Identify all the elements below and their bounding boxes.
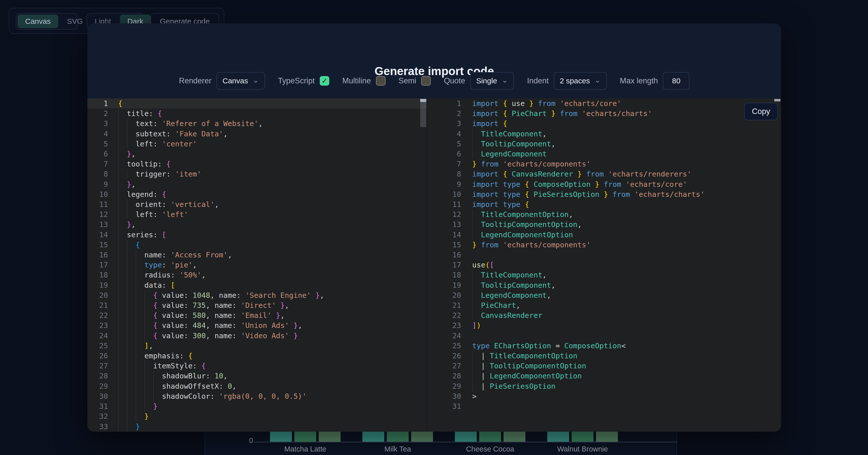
indent-field: Indent 2 spaces ⌄ (527, 72, 607, 90)
code-line[interactable]: 27 | TooltipComponentOption (428, 361, 781, 371)
code-line[interactable]: 12 TitleComponentOption, (428, 209, 781, 220)
code-line[interactable]: 22 CanvasRenderer (428, 311, 781, 320)
code-line[interactable]: 26 | TitleComponentOption (428, 351, 781, 361)
code-line[interactable]: 15} from 'echarts/components' (428, 240, 781, 250)
code-line[interactable]: 23 { value: 484, name: 'Union Ads' }, (87, 320, 427, 330)
code-line[interactable]: 6 LegendComponent (428, 149, 781, 159)
line-number: 15 (87, 240, 118, 250)
code-line[interactable]: 14 LegendComponentOption (428, 230, 781, 240)
line-number: 19 (87, 280, 118, 290)
code-line[interactable]: 2 title: { (87, 108, 427, 119)
line-number: 32 (87, 411, 118, 421)
code-line[interactable]: 1{ (87, 98, 427, 108)
code-line[interactable]: 19 TooltipComponent, (428, 280, 781, 290)
code-line[interactable]: 11import type { (428, 199, 781, 209)
code-line[interactable]: 24 { value: 300, name: 'Video Ads' } (87, 331, 427, 341)
code-line[interactable]: 14 series: [ (87, 230, 427, 240)
code-line[interactable]: 26 emphasis: { (87, 351, 427, 361)
code-line[interactable]: 28 shadowBlur: 10, (87, 371, 427, 381)
multiline-checkbox[interactable]: ✓ (376, 76, 385, 86)
code-line[interactable]: 7} from 'echarts/components' (428, 159, 781, 169)
code-line[interactable]: 9import type { ComposeOption } from 'ech… (428, 179, 781, 189)
code-line[interactable]: 30> (428, 391, 781, 401)
code-line[interactable]: 13 TooltipComponentOption, (428, 220, 781, 229)
line-number: 8 (428, 169, 472, 179)
code-line[interactable]: 9 }, (87, 179, 427, 189)
code-line[interactable]: 15 { (87, 240, 427, 250)
quote-field: Quote Single ⌄ (444, 72, 514, 90)
code-line[interactable]: 10import type { PieSeriesOption } from '… (428, 189, 781, 199)
chart-category-label: Milk Tea (352, 445, 443, 453)
code-line[interactable]: 23]) (428, 320, 781, 330)
code-line[interactable]: 6 }, (87, 149, 427, 159)
code-line[interactable]: 30 shadowColor: 'rgba(0, 0, 0, 0.5)' (87, 391, 427, 401)
code-line[interactable]: 8 trigger: 'item' (87, 169, 427, 179)
generated-code-editor[interactable]: 1import { use } from 'echarts/core'2impo… (428, 98, 781, 432)
max-length-label: Max length (620, 76, 658, 85)
code-line[interactable]: 22 { value: 580, name: 'Email' }, (87, 311, 427, 320)
chart-category-label: Walnut Brownie (537, 445, 628, 453)
code-line[interactable]: 13 }, (87, 220, 427, 229)
code-line[interactable]: 7 tooltip: { (87, 159, 427, 169)
quote-select[interactable]: Single ⌄ (470, 72, 514, 90)
code-line[interactable]: 8import { CanvasRenderer } from 'echarts… (428, 169, 781, 179)
code-line[interactable]: 18 TitleComponent, (428, 270, 781, 280)
code-line[interactable]: 20 { value: 1048, name: 'Search Engine' … (87, 290, 427, 300)
code-line[interactable]: 31 (428, 401, 781, 411)
chart-bar (319, 431, 341, 442)
code-line[interactable]: 29 | PieSeriesOption (428, 381, 781, 391)
code-line[interactable]: 25type EChartsOption = ComposeOption< (428, 341, 781, 351)
code-line[interactable]: 29 shadowOffsetX: 0, (87, 381, 427, 391)
left-editor-scrollbar[interactable] (420, 99, 426, 127)
renderer-option-canvas[interactable]: Canvas (18, 14, 58, 28)
max-length-field: Max length 80 (620, 72, 690, 90)
chart-bar (479, 431, 501, 442)
code-line[interactable]: 16 name: 'Access From', (87, 250, 427, 260)
line-number: 2 (87, 108, 118, 119)
code-line[interactable]: 3import { (428, 119, 781, 129)
code-line[interactable]: 16 (428, 250, 781, 260)
code-line[interactable]: 12 left: 'left' (87, 209, 427, 220)
code-line[interactable]: 1import { use } from 'echarts/core' (428, 98, 781, 108)
line-number: 11 (428, 199, 472, 209)
code-line[interactable]: 17 type: 'pie', (87, 260, 427, 270)
line-number: 3 (428, 119, 472, 129)
code-line[interactable]: 25 ], (87, 341, 427, 351)
line-number: 25 (428, 341, 472, 351)
typescript-checkbox[interactable]: ✓ (320, 76, 329, 86)
indent-select[interactable]: 2 spaces ⌄ (554, 72, 607, 90)
code-line[interactable]: 27 itemStyle: { (87, 361, 427, 371)
renderer-option-svg[interactable]: SVG (60, 17, 90, 26)
code-line[interactable]: 3 text: 'Referer of a Website', (87, 119, 427, 129)
code-line[interactable]: 32 } (87, 411, 427, 421)
code-line[interactable]: 19 data: [ (87, 280, 427, 290)
code-line[interactable]: 5 TooltipComponent, (428, 139, 781, 149)
code-line[interactable]: 24 (428, 331, 781, 341)
code-line[interactable]: 2import { PieChart } from 'echarts/chart… (428, 108, 781, 119)
code-editors: 1{2 title: {3 text: 'Referer of a Websit… (87, 98, 781, 432)
code-line[interactable]: 20 LegendComponent, (428, 290, 781, 300)
line-number: 30 (428, 391, 472, 401)
semi-checkbox[interactable]: ✓ (421, 76, 431, 86)
copy-button[interactable]: Copy (744, 103, 778, 120)
code-line[interactable]: 21 { value: 735, name: 'Direct' }, (87, 300, 427, 311)
renderer-toggle: Canvas SVG (16, 13, 78, 30)
code-line[interactable]: 11 orient: 'vertical', (87, 199, 427, 209)
code-line[interactable]: 33 } (87, 422, 427, 432)
line-number: 24 (428, 331, 472, 341)
code-line[interactable]: 10 legend: { (87, 189, 427, 199)
code-line[interactable]: 5 left: 'center' (87, 139, 427, 149)
right-editor-scrollbar[interactable] (774, 99, 780, 101)
renderer-select[interactable]: Canvas ⌄ (217, 72, 265, 90)
code-line[interactable]: 31 } (87, 401, 427, 411)
line-number: 14 (87, 230, 118, 240)
code-line[interactable]: 18 radius: '50%', (87, 270, 427, 280)
code-line[interactable]: 21 PieChart, (428, 300, 781, 311)
option-editor[interactable]: 1{2 title: {3 text: 'Referer of a Websit… (87, 98, 427, 432)
chart-bar (411, 431, 433, 442)
max-length-input[interactable]: 80 (663, 72, 689, 90)
code-line[interactable]: 17use([ (428, 260, 781, 270)
code-line[interactable]: 28 | LegendComponentOption (428, 371, 781, 381)
code-line[interactable]: 4 TitleComponent, (428, 129, 781, 139)
code-line[interactable]: 4 subtext: 'Fake Data', (87, 129, 427, 139)
